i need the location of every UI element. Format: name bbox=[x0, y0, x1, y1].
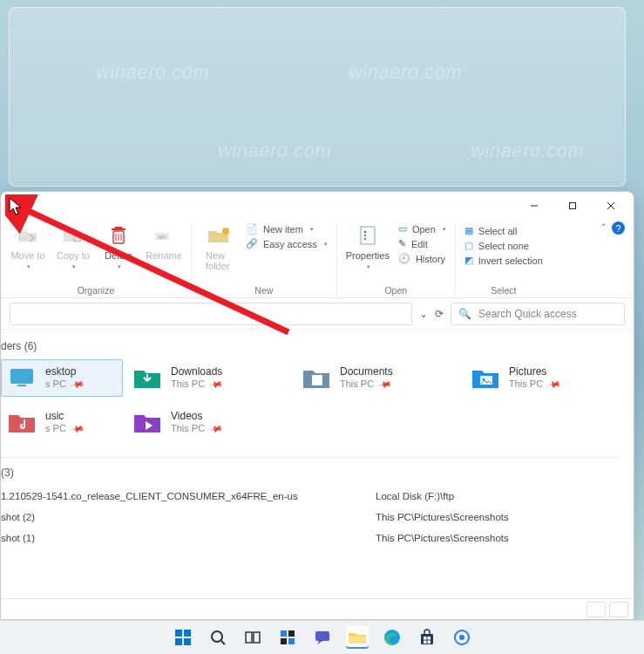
select-none-icon: ▢ bbox=[464, 240, 473, 251]
close-button[interactable] bbox=[592, 194, 630, 218]
refresh-icon[interactable]: ⟳ bbox=[435, 308, 444, 320]
select-none-button[interactable]: ▢Select none bbox=[464, 240, 543, 251]
new-item-button[interactable]: 📄New item▾ bbox=[246, 223, 328, 235]
folder-pictures[interactable]: PicturesThis PC 📌 bbox=[464, 359, 630, 397]
folder-music[interactable]: usics PC 📌 bbox=[1, 404, 123, 441]
pin-icon: 📌 bbox=[69, 421, 84, 436]
section-header-recent[interactable]: (3) bbox=[1, 467, 621, 479]
new-folder-button[interactable]: New folder bbox=[200, 223, 237, 271]
pin-icon: 📌 bbox=[69, 378, 84, 392]
history-button[interactable]: 🕘History bbox=[398, 253, 446, 264]
ribbon-label: Copy to bbox=[57, 250, 90, 261]
help-icon[interactable]: ? bbox=[612, 221, 625, 235]
taskbar-store-button[interactable] bbox=[416, 626, 438, 649]
folder-icon-downloads bbox=[132, 365, 162, 390]
recent-item[interactable]: shot (1)This PC\Pictures\Screenshots bbox=[1, 528, 621, 548]
move-to-icon bbox=[16, 223, 40, 248]
ribbon-label: Rename bbox=[146, 250, 182, 261]
new-item-icon: 📄 bbox=[246, 223, 258, 235]
svg-rect-29 bbox=[254, 632, 260, 643]
svg-rect-22 bbox=[175, 630, 182, 637]
svg-point-15 bbox=[364, 238, 367, 241]
ribbon-group-label: Open bbox=[384, 285, 407, 298]
address-bar[interactable] bbox=[10, 303, 412, 325]
ribbon-label: Properties bbox=[346, 250, 390, 261]
taskbar-task-view-button[interactable] bbox=[241, 626, 264, 649]
folder-icon-music bbox=[7, 410, 37, 434]
folder-videos[interactable]: VideosThis PC 📌 bbox=[126, 404, 292, 441]
folders-grid: esktops PC 📌DownloadsThis PC 📌DocumentsT… bbox=[1, 359, 621, 441]
svg-rect-1 bbox=[570, 203, 576, 209]
properties-button[interactable]: Properties▾ bbox=[346, 223, 390, 270]
pin-icon: 📌 bbox=[208, 378, 223, 392]
svg-rect-39 bbox=[427, 637, 430, 640]
file-explorer-window[interactable]: ⌃ ? Move to▾ Copy to▾ Delete▾ ab bbox=[0, 191, 634, 620]
svg-rect-30 bbox=[281, 630, 287, 637]
minimize-button[interactable] bbox=[515, 194, 553, 218]
titlebar[interactable] bbox=[1, 192, 634, 220]
svg-point-26 bbox=[212, 631, 222, 642]
taskbar-chat-button[interactable] bbox=[311, 626, 334, 649]
svg-point-43 bbox=[459, 635, 464, 640]
svg-rect-23 bbox=[184, 630, 191, 637]
edit-button[interactable]: ✎Edit bbox=[398, 238, 446, 249]
rename-button[interactable]: ab Rename bbox=[146, 223, 182, 270]
folder-desktop[interactable]: esktops PC 📌 bbox=[1, 359, 123, 397]
ribbon-label: Delete bbox=[105, 250, 132, 261]
section-header-folders[interactable]: ders (6) bbox=[1, 340, 621, 352]
folder-location: s PC 📌 bbox=[45, 423, 82, 435]
search-input[interactable]: 🔍 Search Quick access bbox=[451, 303, 625, 325]
svg-point-11 bbox=[222, 228, 229, 235]
folder-location: This PC 📌 bbox=[171, 378, 222, 391]
status-bar bbox=[1, 598, 634, 619]
taskbar[interactable] bbox=[0, 620, 644, 654]
ribbon-label: Invert selection bbox=[478, 255, 543, 266]
easy-access-button[interactable]: 🔗Easy access▾ bbox=[246, 238, 328, 249]
ribbon-group-label: Select bbox=[491, 285, 516, 298]
ribbon-label: New item bbox=[263, 224, 303, 235]
recent-name: shot (1) bbox=[1, 533, 376, 543]
taskbar-search-button[interactable] bbox=[207, 626, 229, 649]
svg-rect-37 bbox=[421, 634, 433, 644]
recent-location: This PC\Pictures\Screenshots bbox=[376, 512, 621, 522]
maximize-button[interactable] bbox=[553, 194, 592, 218]
copy-to-button[interactable]: Copy to▾ bbox=[55, 223, 92, 270]
taskbar-explorer-button[interactable] bbox=[346, 626, 369, 649]
search-icon: 🔍 bbox=[458, 308, 471, 320]
folder-location: This PC 📌 bbox=[340, 378, 393, 391]
ribbon-group-new: New folder 📄New item▾ 🔗Easy access▾ New bbox=[192, 223, 337, 298]
address-bar-row: ⌄ ⟳ 🔍 Search Quick access bbox=[1, 298, 634, 330]
svg-rect-34 bbox=[315, 631, 329, 641]
new-folder-icon bbox=[207, 223, 231, 248]
taskbar-widgets-button[interactable] bbox=[276, 626, 299, 649]
svg-rect-41 bbox=[427, 641, 430, 644]
svg-rect-38 bbox=[424, 637, 427, 640]
collapse-ribbon-icon[interactable]: ⌃ bbox=[600, 222, 607, 231]
folder-location: s PC 📌 bbox=[45, 378, 82, 391]
taskbar-settings-button[interactable] bbox=[451, 626, 473, 649]
view-large-icons-button[interactable] bbox=[609, 602, 628, 617]
svg-point-14 bbox=[364, 235, 367, 237]
invert-selection-button[interactable]: ◩Invert selection bbox=[464, 255, 543, 266]
ribbon-label: Open bbox=[412, 224, 436, 235]
recent-item[interactable]: shot (2)This PC\Pictures\Screenshots bbox=[1, 507, 621, 528]
taskbar-edge-button[interactable] bbox=[381, 626, 403, 649]
view-details-button[interactable] bbox=[586, 602, 606, 617]
svg-line-27 bbox=[221, 641, 225, 644]
chevron-down-icon[interactable]: ⌄ bbox=[419, 308, 428, 320]
recent-item[interactable]: 1.210529-1541.co_release_CLIENT_CONSUMER… bbox=[1, 486, 621, 507]
pin-icon: 📌 bbox=[377, 378, 392, 392]
svg-rect-16 bbox=[10, 369, 33, 384]
move-to-button[interactable]: Move to▾ bbox=[10, 223, 46, 270]
select-all-button[interactable]: ▦Select all bbox=[464, 225, 543, 236]
ribbon-group-select: ▦Select all ▢Select none ◩Invert selecti… bbox=[456, 223, 552, 298]
folder-name: Documents bbox=[340, 365, 393, 378]
svg-point-13 bbox=[364, 231, 367, 234]
folder-documents[interactable]: DocumentsThis PC 📌 bbox=[295, 359, 461, 397]
rename-icon: ab bbox=[152, 223, 176, 248]
folder-icon-pictures bbox=[471, 365, 500, 390]
delete-button[interactable]: Delete▾ bbox=[100, 223, 137, 270]
folder-downloads[interactable]: DownloadsThis PC 📌 bbox=[126, 359, 292, 397]
taskbar-start-button[interactable] bbox=[172, 626, 194, 649]
open-button[interactable]: ▭Open▾ bbox=[398, 223, 446, 235]
